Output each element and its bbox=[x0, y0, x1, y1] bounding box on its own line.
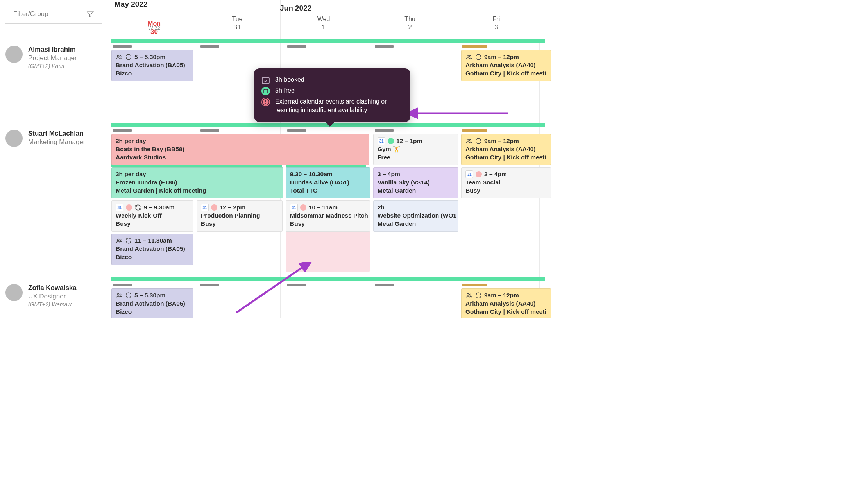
day-column: Fri3 bbox=[453, 0, 539, 39]
booking-card[interactable]: 10 – 11amMidsommar Madness PitchBusy bbox=[286, 200, 370, 232]
booking-card[interactable]: 3 – 4pmVanilla Sky (VS14)Metal Garden bbox=[373, 167, 458, 198]
booking-card[interactable]: 5 – 5.30pmBrand Activation (BA05)Bizco bbox=[111, 50, 193, 81]
availability-tooltip: 3h booked 5h free External calendar even… bbox=[254, 68, 410, 122]
google-calendar-icon bbox=[378, 137, 385, 145]
booking-title: Frozen Tundra (FT86) bbox=[116, 179, 279, 187]
google-calendar-icon bbox=[465, 170, 473, 178]
availability-marker bbox=[287, 129, 306, 132]
booking-title: Arkham Analysis (AA40) bbox=[465, 300, 547, 308]
booking-client: Bizco bbox=[116, 308, 189, 316]
booking-client: Bizco bbox=[116, 253, 189, 261]
booking-title: Dundas Alive (DA51) bbox=[290, 179, 366, 187]
booking-time: 12 – 2pm bbox=[220, 204, 245, 212]
google-calendar-icon bbox=[201, 204, 209, 211]
availability-marker bbox=[375, 129, 394, 132]
availability-bar bbox=[111, 39, 545, 43]
svg-point-13 bbox=[261, 87, 270, 95]
people-icon bbox=[465, 54, 472, 61]
booking-card[interactable]: 2 – 4pmTeam SocialBusy bbox=[461, 167, 551, 198]
day-column: Thu2 bbox=[367, 0, 453, 39]
recurring-icon bbox=[125, 292, 132, 299]
overbooked-marker bbox=[462, 129, 487, 132]
schedule-grid: Jun 2022 May 2022W 22Mon30Tue31Wed1Thu2F… bbox=[107, 0, 555, 318]
booking-card[interactable]: 2hWebsite Optimization (WO1Metal Garden bbox=[373, 200, 458, 232]
calendar-free-icon bbox=[261, 86, 270, 96]
booking-client: Metal Garden | Kick off meeting bbox=[116, 187, 279, 195]
day-of-week: Wed bbox=[281, 16, 367, 23]
svg-point-1 bbox=[120, 56, 121, 57]
booking-title: Boats in the Bay (BB58) bbox=[116, 145, 365, 154]
booking-card[interactable]: 9 – 9.30amWeekly Kick-OffBusy bbox=[111, 200, 193, 232]
avatar bbox=[5, 46, 23, 63]
google-calendar-icon bbox=[290, 204, 298, 211]
booking-title: Gym 🏋️ bbox=[378, 145, 454, 154]
booking-card[interactable]: 9.30 – 10.30amDundas Alive (DA51)Total T… bbox=[286, 167, 370, 198]
booking-client: Metal Garden bbox=[378, 187, 454, 195]
calendar-check-icon bbox=[261, 75, 270, 85]
booking-title: Brand Activation (BA05) bbox=[116, 245, 189, 253]
avatar bbox=[5, 284, 23, 301]
booking-title: Arkham Analysis (AA40) bbox=[465, 61, 547, 70]
booking-time: 2 – 4pm bbox=[484, 170, 507, 179]
schedule-lane[interactable]: 5 – 5.30pmBrand Activation (BA05)Bizco9a… bbox=[107, 277, 555, 318]
booking-card[interactable]: 5 – 5.30pmBrand Activation (BA05)Bizco bbox=[111, 288, 193, 318]
tooltip-booked: 3h booked bbox=[275, 75, 403, 84]
google-calendar-icon bbox=[116, 204, 123, 211]
svg-point-10 bbox=[467, 294, 469, 296]
booking-card[interactable]: 12 – 1pmGym 🏋️Free bbox=[373, 134, 458, 165]
availability-marker bbox=[113, 284, 132, 286]
booking-client: Total TTC bbox=[290, 187, 366, 195]
booking-time: 9.30 – 10.30am bbox=[290, 170, 333, 179]
person-name: Almasi Ibrahim bbox=[28, 46, 77, 54]
tooltip-warning: External calendar events are clashing or… bbox=[275, 97, 403, 114]
svg-point-8 bbox=[117, 294, 119, 296]
booking-title: Team Social bbox=[465, 179, 547, 187]
filter-group[interactable]: Filter/Group bbox=[5, 0, 102, 24]
day-of-week: Fri bbox=[453, 16, 539, 23]
booking-client: Busy bbox=[465, 187, 547, 195]
svg-point-4 bbox=[467, 139, 469, 141]
conflict-block[interactable] bbox=[286, 231, 370, 272]
booking-card[interactable]: 11 – 11.30amBrand Activation (BA05)Bizco bbox=[111, 234, 193, 265]
overbooked-marker bbox=[462, 284, 487, 286]
warning-icon bbox=[261, 97, 270, 107]
booking-card[interactable]: 9am – 12pmArkham Analysis (AA40)Gotham C… bbox=[461, 134, 551, 165]
day-column: May 2022W 22Mon30 bbox=[107, 0, 194, 39]
booking-time: 2h per day bbox=[116, 137, 146, 145]
booking-card[interactable]: 2h per dayBoats in the Bay (BB58)Aardvar… bbox=[111, 134, 369, 165]
person-row[interactable]: Zofia KowalskaUX Designer(GMT+2) Warsaw bbox=[0, 277, 107, 318]
free-status-dot bbox=[388, 138, 394, 144]
svg-point-17 bbox=[265, 103, 266, 104]
day-column: Tue31 bbox=[194, 0, 280, 39]
recurring-icon bbox=[125, 54, 132, 61]
day-number: 1 bbox=[281, 23, 367, 31]
booking-title: Brand Activation (BA05) bbox=[116, 61, 189, 70]
booking-card[interactable]: 3h per dayFrozen Tundra (FT86)Metal Gard… bbox=[111, 167, 283, 198]
booking-time: 3h per day bbox=[116, 170, 146, 179]
booking-title: Production Planning bbox=[201, 212, 278, 220]
day-number: 2 bbox=[367, 23, 453, 31]
booking-card[interactable]: 9am – 12pmArkham Analysis (AA40)Gotham C… bbox=[461, 288, 551, 318]
schedule-lane[interactable]: 2h per dayBoats in the Bay (BB58)Aardvar… bbox=[107, 123, 555, 277]
booking-card[interactable]: 9am – 12pmArkham Analysis (AA40)Gotham C… bbox=[461, 50, 551, 81]
svg-point-3 bbox=[469, 56, 471, 57]
person-role: Project Manager bbox=[28, 54, 77, 62]
availability-marker bbox=[375, 284, 394, 286]
availability-marker bbox=[113, 129, 132, 132]
month-label-jun: Jun 2022 bbox=[280, 4, 311, 13]
booking-client: Busy bbox=[201, 220, 278, 228]
recurring-icon bbox=[125, 237, 132, 244]
busy-status-dot bbox=[476, 171, 482, 177]
person-row[interactable]: Almasi IbrahimProject Manager(GMT+2) Par… bbox=[0, 39, 107, 123]
filter-label: Filter/Group bbox=[13, 10, 48, 18]
filter-icon[interactable] bbox=[86, 10, 94, 18]
booking-client: Busy bbox=[116, 220, 189, 228]
person-row[interactable]: Stuart McLachlanMarketing Manager bbox=[0, 123, 107, 277]
availability-marker bbox=[287, 45, 306, 48]
booking-client: Metal Garden bbox=[378, 220, 454, 228]
person-name: Stuart McLachlan bbox=[28, 130, 85, 138]
booking-card[interactable]: 12 – 2pmProduction PlanningBusy bbox=[197, 200, 283, 232]
booking-time: 5 – 5.30pm bbox=[134, 53, 165, 61]
svg-point-0 bbox=[117, 55, 119, 57]
availability-marker bbox=[200, 284, 219, 286]
